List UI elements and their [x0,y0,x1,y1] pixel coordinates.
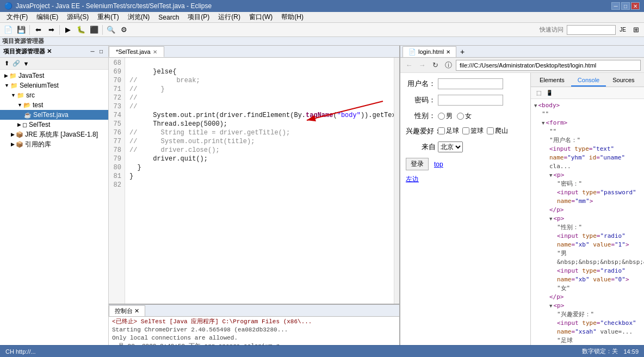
tb-save[interactable]: 💾 [15,24,27,36]
dt-password-text: "密码：" [534,180,641,188]
form-gender-row: 性别： 男 女 [406,111,525,121]
tree-arrow-src: ▼ [11,93,16,98]
toolbar: 📄 💾 ⬅ ➡ ▶ 🐛 ⬛ 🔍 ⚙ 快速访问 JE ⊞ [0,23,644,37]
sidebar-menu[interactable]: ▼ [22,59,30,68]
address-bar[interactable] [456,60,641,71]
editor-tab-close[interactable]: ✕ [153,49,157,55]
code-content: }else{ // break; // } // // System.out.p… [125,58,394,304]
nav-refresh-button[interactable]: ↻ [430,60,441,71]
dt-radio-male: <input type="radio" name="xb" value="1"> [534,232,641,249]
hobby-basketball-label[interactable]: 篮球 [462,126,484,136]
hobby-basketball-checkbox[interactable] [462,127,469,134]
tree-item-jre[interactable]: ▶ 📦 JRE 系统库 [JavaSE-1.8] [0,130,108,139]
sidebar-maximize-btn[interactable]: □ [97,48,105,56]
tree-item-seltest-class[interactable]: ▶ ◻ SelTest [0,120,108,130]
tree-arrow-seltest-class: ▶ [17,122,21,127]
devtools-tab-console[interactable]: Console [571,75,606,87]
tree-label-seltest-class: SelTest [29,121,50,128]
hobby-football-label[interactable]: 足球 [438,126,459,136]
tree-item-src[interactable]: ▼ 📁 src [0,90,108,100]
tree-item-refs[interactable]: ▶ 📦 引用的库 [0,139,108,149]
editor-tabs: *SelTest.java ✕ [109,46,399,58]
menu-file[interactable]: 文件(F) [2,11,32,23]
sidebar-minimize-btn[interactable]: ─ [89,48,96,56]
tb-perspectives[interactable]: JE [617,24,629,36]
code-editor[interactable]: 68 69 70 71 72 73 74 75 76 77 78 79 [109,58,394,304]
new-tab-button[interactable]: + [458,47,467,56]
tree-item-javatest[interactable]: ▶ 📁 JavaTest [0,71,108,81]
title-bar: 🔵 JavaProject - Java EE - SeleniumTest/s… [0,0,644,12]
devtools-tab-network[interactable]: Network [641,75,644,87]
sidebar-tree: ▶ 📁 JavaTest ▼ 📁 SeleniumTest ▼ 📁 [0,70,108,345]
maximize-button[interactable]: □ [621,2,630,10]
tb-back[interactable]: ⬅ [32,24,44,36]
editor-scrollbar[interactable] [394,58,399,304]
menu-refactor[interactable]: 重构(T) [93,11,123,23]
perspective-bar: 项目资源管理器 [0,37,644,46]
console-tab[interactable]: 控制台 ✕ [109,305,145,316]
nav-forward-button[interactable]: → [417,60,428,71]
tb-stop[interactable]: ⬛ [88,24,100,36]
sidebar-link-editor[interactable]: 🔗 [12,59,21,68]
left-link[interactable]: 左边 [406,175,419,183]
gender-female-label[interactable]: 女 [457,112,472,121]
editor-tab-seltestjava[interactable]: *SelTest.java ✕ [109,46,164,57]
top-link[interactable]: top [434,161,443,168]
devtools-tab-console-label: Console [578,77,599,83]
tb-debug[interactable]: 🐛 [75,24,87,36]
sidebar-collapse-all[interactable]: ⬆ [2,59,11,68]
tb-new[interactable]: 📄 [2,24,14,36]
browser-body: 用户名： 密码： 性别： 男 [400,73,644,345]
gender-male-radio[interactable] [438,113,445,120]
menu-edit[interactable]: 编辑(E) [32,11,63,23]
menu-search[interactable]: Search [154,13,183,22]
tree-arrow-jre: ▶ [11,132,15,137]
tb-forward[interactable]: ➡ [45,24,57,36]
nav-back-button[interactable]: ← [404,60,414,71]
tb-run[interactable]: ▶ [62,24,74,36]
browser-tab-login[interactable]: 📄 login.html ✕ [403,46,456,57]
dt-body-row: ▼<body> [534,101,641,110]
tree-item-test[interactable]: ▼ 📂 test [0,100,108,110]
menu-source[interactable]: 源码(S) [63,11,93,23]
tree-label-seleniumtest: SeleniumTest [20,82,59,89]
window-controls: ─ □ ✕ [611,2,640,10]
hobby-climbing-checkbox[interactable] [487,127,494,134]
center-panel: *SelTest.java ✕ 68 69 70 71 72 73 [109,46,399,345]
devtools-tab-sources[interactable]: Sources [606,75,641,87]
seleniumtest-icon: 📁 [10,82,18,89]
menu-help[interactable]: 帮助(H) [277,11,308,23]
close-button[interactable]: ✕ [631,2,640,10]
tb-perspective-switch[interactable]: ⊞ [630,24,642,36]
menu-project[interactable]: 项目(P) [183,11,214,23]
quick-access-input[interactable] [569,27,613,33]
password-input[interactable] [438,95,503,106]
login-button[interactable]: 登录 [406,158,429,170]
console-tabs: 控制台 ✕ [109,305,399,317]
from-label: 来自 [406,142,436,152]
menu-run[interactable]: 运行(R) [214,11,245,23]
tree-item-seleniumtest[interactable]: ▼ 📁 SeleniumTest [0,81,108,90]
hobby-climbing-label[interactable]: 爬山 [487,126,508,136]
tree-item-seltestjava[interactable]: ☕ SelTest.java [0,110,108,120]
status-time: 14:59 [623,348,639,355]
tb-search[interactable]: 🔍 [105,24,117,36]
browser-tab-close[interactable]: ✕ [446,49,450,55]
console-info1: Starting ChromeDriver 2.40.565498 (ea082… [112,326,396,334]
tb-sep1 [29,25,30,35]
gender-female-radio[interactable] [457,113,464,120]
hobby-football-checkbox[interactable] [438,127,445,134]
gender-female-text: 女 [465,112,472,121]
devtools-inspect[interactable]: ⬚ [534,89,543,97]
console-content: <已终止> SelTest [Java 应用程序] C:\Program Fil… [109,317,399,345]
menu-navigate[interactable]: 浏览(N) [123,11,154,23]
menu-window[interactable]: 窗口(W) [245,11,277,23]
devtools-device[interactable]: 📱 [545,89,554,97]
username-input[interactable] [438,78,503,89]
dt-male-text: "男&nbsp;&nbsp;&nbsp;&nbsp;&nbsp;" [534,249,641,267]
from-select[interactable]: 北京天津上海 [438,141,463,152]
gender-male-label[interactable]: 男 [438,112,453,121]
tb-prefs[interactable]: ⚙ [118,24,130,36]
devtools-tab-elements[interactable]: Elements [533,75,571,87]
minimize-button[interactable]: ─ [611,2,620,10]
